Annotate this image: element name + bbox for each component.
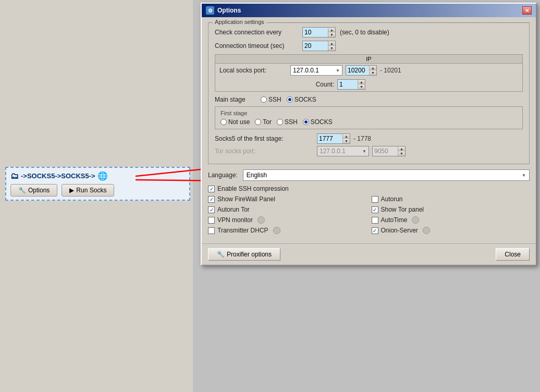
first-stage-tor-label: Tor <box>263 118 272 126</box>
first-stage-box: First stage Not use Tor SSH <box>215 106 523 129</box>
check-connection-up[interactable]: ▲ <box>328 28 335 32</box>
onion-server-item[interactable]: ✓ Onion-Server <box>372 227 530 234</box>
show-firewall-panel-label: Show FireWall Panel <box>217 195 275 203</box>
vpn-monitor-checkbox[interactable] <box>208 217 215 224</box>
local-socks-ip-dropdown[interactable]: 127.0.0.1 ▼ <box>290 65 342 76</box>
proxifier-options-button[interactable]: 🔧 Proxifier options <box>208 248 280 261</box>
language-dropdown[interactable]: English ▼ <box>243 169 530 181</box>
local-socks-label: Local socks port: <box>219 67 287 74</box>
wrench-icon: 🔧 <box>18 187 26 194</box>
first-stage-tor-radio[interactable] <box>255 119 261 125</box>
autorun-item[interactable]: Autorun <box>372 195 530 203</box>
local-socks-port-input[interactable] <box>346 66 369 75</box>
first-stage-socks-label: SOCKS <box>311 118 333 126</box>
transmitter-dhcp-label: Transmitter DHCP <box>217 227 268 234</box>
check-connection-hint: (sec, 0 to disable) <box>340 29 389 36</box>
first-stage-ssh-radio[interactable] <box>277 119 283 125</box>
socks5-row: Socks5 of the first stage: ▲ ▼ - 1778 <box>215 133 523 144</box>
check-connection-arrows[interactable]: ▲ ▼ <box>328 28 335 37</box>
show-tor-panel-checkbox[interactable]: ✓ <box>372 206 378 213</box>
widget-title: 🗂 ->SOCKS5->SOCKS5-> 🌐 <box>10 171 185 181</box>
show-tor-panel-item[interactable]: ✓ Show Tor panel <box>372 206 530 213</box>
check-connection-row: Check connection every ▲ ▼ (sec, 0 to di… <box>215 27 523 38</box>
connection-timeout-row: Connection timeout (sec) ▲ ▼ <box>215 41 523 51</box>
first-stage-ssh-label: SSH <box>285 118 298 126</box>
local-socks-port-down[interactable]: ▼ <box>370 70 376 75</box>
close-button[interactable]: Close <box>496 248 530 261</box>
check-connection-down[interactable]: ▼ <box>328 32 335 37</box>
show-firewall-panel-item[interactable]: ✓ Show FireWall Panel <box>208 195 366 203</box>
transmitter-dhcp-item[interactable]: Transmitter DHCP <box>208 227 366 234</box>
dialog-title: Options <box>217 7 241 14</box>
main-stage-ssh-radio[interactable] <box>261 96 267 103</box>
socks5-arrows[interactable]: ▲ ▼ <box>342 134 350 143</box>
run-socks-button[interactable]: ▶ Run Socks <box>62 184 114 197</box>
count-arrows[interactable]: ▲ ▼ <box>358 80 365 89</box>
title-bar-left: ⚙ Options <box>206 6 241 15</box>
count-row: Count: ▲ ▼ <box>215 78 522 91</box>
enable-ssh-compression-checkbox[interactable]: ✓ <box>208 186 215 192</box>
options-button[interactable]: 🔧 Options <box>10 184 57 197</box>
tor-socks-port-input <box>373 146 398 156</box>
autorun-checkbox[interactable] <box>372 196 378 203</box>
first-stage-ssh-option[interactable]: SSH <box>277 118 298 126</box>
socks5-input[interactable] <box>317 134 342 143</box>
vpn-monitor-item[interactable]: VPN monitor <box>208 216 366 224</box>
first-stage-not-use-option[interactable]: Not use <box>220 118 250 126</box>
language-label: Language: <box>208 172 238 179</box>
check-connection-input[interactable] <box>303 28 328 37</box>
autotime-item[interactable]: AutoTime <box>372 216 530 224</box>
dialog-close-button[interactable]: ✕ <box>522 6 532 15</box>
autotime-label: AutoTime <box>381 216 408 224</box>
first-stage-not-use-radio[interactable] <box>220 119 227 125</box>
count-spinbox[interactable]: ▲ ▼ <box>337 79 365 90</box>
count-up[interactable]: ▲ <box>358 80 365 84</box>
connection-timeout-arrows[interactable]: ▲ ▼ <box>328 41 335 51</box>
local-socks-row: Local socks port: 127.0.0.1 ▼ ▲ ▼ - 1020… <box>215 64 522 78</box>
check-connection-label: Check connection every <box>215 29 298 36</box>
first-stage-tor-option[interactable]: Tor <box>255 118 272 126</box>
widget-title-text: ->SOCKS5->SOCKS5-> <box>21 172 95 180</box>
tor-socks-label: Tor socks port: <box>215 148 314 155</box>
close-label: Close <box>505 251 521 258</box>
socks5-down[interactable]: ▼ <box>343 139 350 143</box>
connection-timeout-input[interactable] <box>303 41 328 51</box>
socks5-up[interactable]: ▲ <box>343 134 350 139</box>
connection-timeout-spinbox[interactable]: ▲ ▼ <box>302 41 336 51</box>
dialog-icon: ⚙ <box>206 6 214 15</box>
local-socks-port-arrows[interactable]: ▲ ▼ <box>369 66 376 75</box>
count-down[interactable]: ▼ <box>358 84 365 89</box>
autorun-tor-label: Autorun Tor <box>217 206 250 213</box>
language-row: Language: English ▼ <box>208 169 530 181</box>
main-stage-socks-radio[interactable] <box>287 96 293 103</box>
globe-icon: 🌐 <box>97 171 108 181</box>
first-stage-radio-group: Not use Tor SSH SOCKS <box>220 118 517 126</box>
first-stage-socks-option[interactable]: SOCKS <box>303 118 333 126</box>
autorun-tor-item[interactable]: ✓ Autorun Tor <box>208 206 366 213</box>
autorun-tor-checkbox[interactable]: ✓ <box>208 206 215 213</box>
enable-ssh-compression-item[interactable]: ✓ Enable SSH compression <box>208 185 530 192</box>
check-connection-spinbox[interactable]: ▲ ▼ <box>302 27 336 38</box>
vpn-monitor-label: VPN monitor <box>217 216 253 224</box>
socks5-label: Socks5 of the first stage: <box>215 135 314 142</box>
main-stage-socks-option[interactable]: SOCKS <box>287 96 316 103</box>
count-input[interactable] <box>338 80 358 89</box>
local-socks-range: - 10201 <box>380 67 401 74</box>
connection-timeout-label: Connection timeout (sec) <box>215 42 298 50</box>
proxifier-options-label: Proxifier options <box>227 251 272 258</box>
main-stage-ssh-option[interactable]: SSH <box>261 96 281 103</box>
connection-timeout-down[interactable]: ▼ <box>328 46 335 51</box>
socks5-spinbox[interactable]: ▲ ▼ <box>317 133 350 144</box>
first-stage-socks-radio[interactable] <box>303 119 309 125</box>
transmitter-dhcp-checkbox[interactable] <box>208 227 215 234</box>
first-stage-not-use-label: Not use <box>228 118 250 126</box>
show-firewall-panel-checkbox[interactable]: ✓ <box>208 196 215 203</box>
autotime-checkbox[interactable] <box>372 217 378 224</box>
connection-timeout-up[interactable]: ▲ <box>328 41 335 46</box>
local-socks-port-up[interactable]: ▲ <box>370 66 376 70</box>
local-socks-port-spinbox[interactable]: ▲ ▼ <box>346 65 377 76</box>
checkboxes-grid: ✓ Show FireWall Panel Autorun ✓ Autorun … <box>208 195 530 234</box>
enable-ssh-compression-label: Enable SSH compression <box>217 185 289 192</box>
onion-server-checkbox[interactable]: ✓ <box>372 227 378 234</box>
app-settings-label: Application settings <box>213 19 266 25</box>
